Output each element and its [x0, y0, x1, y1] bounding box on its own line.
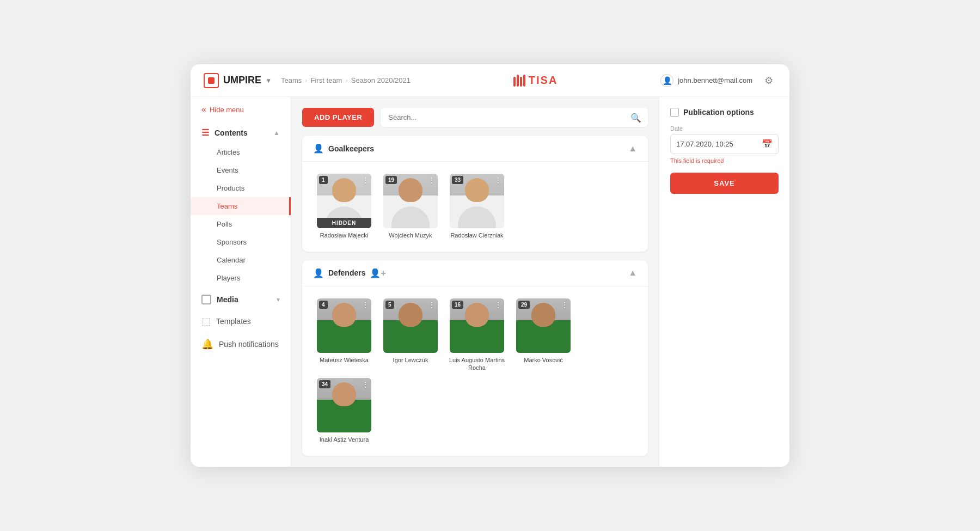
- toolbar: ADD PLAYER 🔍: [302, 108, 648, 127]
- player-menu-majecki[interactable]: ⋮: [362, 176, 369, 185]
- player-number-29: 29: [518, 301, 530, 309]
- header-center: TISA: [411, 74, 660, 87]
- app-logo[interactable]: UMPIRE ▾: [204, 73, 270, 88]
- sidebar-item-push-notifications[interactable]: 🔔 Push notifications: [191, 333, 291, 356]
- player-face-muzyk: [399, 178, 422, 202]
- player-card-vosovic: 29 ⋮ Marko Vosović: [513, 298, 573, 372]
- search-icon: 🔍: [630, 112, 641, 123]
- sidebar-item-products[interactable]: Products: [191, 179, 291, 197]
- player-body-rocha: [458, 331, 496, 353]
- media-label: Media: [217, 295, 238, 304]
- player-menu-rocha[interactable]: ⋮: [494, 301, 502, 309]
- hide-menu-icon: «: [201, 105, 206, 114]
- player-menu-ventura[interactable]: ⋮: [362, 380, 369, 389]
- tisa-bar-4: [523, 75, 525, 87]
- player-photo-rocha: 16 ⋮: [450, 298, 504, 353]
- goalkeepers-title: Goalkeepers: [328, 144, 374, 153]
- goalkeepers-title-group: 👤 Goalkeepers: [313, 143, 374, 154]
- player-name-muzyk: Wojciech Muzyk: [389, 231, 432, 239]
- player-name-cierzniak: Radosław Cierzniak: [450, 231, 503, 239]
- templates-icon: ⬚: [201, 315, 211, 327]
- user-info: 👤 john.bennett@mail.com: [660, 74, 752, 87]
- player-body-cierzniak: [458, 206, 496, 228]
- player-number-16: 16: [452, 301, 463, 309]
- player-body-vosovic: [524, 331, 562, 353]
- player-number-1: 1: [319, 176, 328, 184]
- player-menu-wieteska[interactable]: ⋮: [362, 301, 369, 309]
- hide-menu-label: Hide menu: [210, 106, 244, 114]
- breadcrumb: Teams › First team › Season 2020/2021: [281, 76, 411, 84]
- player-menu-lewczuk[interactable]: ⋮: [428, 301, 436, 309]
- templates-label: Templates: [216, 317, 251, 326]
- media-title: Media: [201, 295, 238, 304]
- tisa-icon-bars: [513, 75, 525, 87]
- player-body-wieteska: [325, 331, 363, 353]
- defenders-add-person-icon[interactable]: 👤+: [370, 268, 385, 278]
- settings-icon[interactable]: ⚙: [761, 73, 776, 88]
- tisa-bar-2: [517, 75, 519, 87]
- sidebar-item-teams[interactable]: Teams: [191, 197, 291, 215]
- breadcrumb-sep-2: ›: [345, 76, 347, 84]
- goalkeepers-section-header: 👤 Goalkeepers ▲: [302, 136, 648, 162]
- defenders-header-right: ▲: [628, 268, 637, 278]
- breadcrumb-teams[interactable]: Teams: [281, 76, 302, 84]
- defenders-title-group: 👤 Defenders 👤+: [313, 268, 386, 278]
- date-field[interactable]: 17.07.2020, 10:25 📅: [670, 134, 779, 154]
- player-body-muzyk: [391, 206, 430, 228]
- app-window: UMPIRE ▾ Teams › First team › Season 202…: [191, 64, 789, 466]
- player-menu-vosovic[interactable]: ⋮: [561, 301, 568, 309]
- defenders-person-icon: 👤: [313, 268, 324, 278]
- player-card-lewczuk: 5 ⋮ Igor Lewczuk: [381, 298, 440, 372]
- defenders-section: 👤 Defenders 👤+ ▲ 4 ⋮: [302, 260, 648, 456]
- main-content: ADD PLAYER 🔍 👤 Goalkeepers ▲: [291, 97, 659, 466]
- player-name-rocha: Luis Augusto Martins Rocha: [447, 356, 507, 372]
- defenders-collapse-icon[interactable]: ▲: [628, 268, 637, 278]
- player-card-wieteska: 4 ⋮ Mateusz Wieteska: [314, 298, 374, 372]
- goalkeepers-collapse-icon[interactable]: ▲: [628, 144, 637, 154]
- app-dropdown-chevron[interactable]: ▾: [267, 77, 270, 84]
- bell-icon: 🔔: [201, 338, 213, 350]
- media-section-header[interactable]: Media ▾: [191, 289, 291, 310]
- sidebar-item-sponsors[interactable]: Sponsors: [191, 233, 291, 251]
- hide-menu-button[interactable]: « Hide menu: [191, 97, 291, 122]
- player-card-muzyk: 19 ⋮ Wojciech Muzyk: [381, 174, 440, 239]
- save-button[interactable]: SAVE: [670, 173, 779, 194]
- player-menu-muzyk[interactable]: ⋮: [428, 176, 436, 185]
- player-face-ventura: [332, 382, 356, 406]
- contents-header[interactable]: ☰ Contents ▲: [191, 122, 291, 143]
- sidebar-item-events[interactable]: Events: [191, 161, 291, 179]
- publication-options-icon: [670, 108, 679, 117]
- body-layout: « Hide menu ☰ Contents ▲ Articles Events: [191, 97, 789, 466]
- sidebar-item-calendar[interactable]: Calendar: [191, 251, 291, 269]
- player-photo-cierzniak: 33 ⋮: [450, 174, 504, 228]
- sidebar-item-players[interactable]: Players: [191, 269, 291, 287]
- player-card-cierzniak: 33 ⋮ Radosław Cierzniak: [447, 174, 507, 239]
- sidebar-item-templates[interactable]: ⬚ Templates: [191, 310, 291, 333]
- player-number-5: 5: [385, 301, 394, 309]
- publication-options-header: Publication options: [670, 108, 779, 117]
- contents-icon: ☰: [201, 127, 209, 138]
- sidebar-item-articles[interactable]: Articles: [191, 143, 291, 161]
- player-face-majecki: [332, 178, 356, 202]
- tisa-logo: TISA: [513, 74, 558, 87]
- goalkeepers-section: 👤 Goalkeepers ▲ 1 ⋮ HIDDEN: [302, 136, 648, 251]
- goalkeepers-person-icon: 👤: [313, 143, 324, 154]
- defenders-title: Defenders: [328, 268, 365, 277]
- player-name-ventura: Inaki Astiz Ventura: [320, 436, 369, 443]
- defenders-grid: 4 ⋮ Mateusz Wieteska 5 ⋮: [302, 286, 648, 456]
- sidebar-item-polls[interactable]: Polls: [191, 215, 291, 233]
- calendar-icon[interactable]: 📅: [762, 139, 773, 149]
- required-message: This field is required: [670, 157, 779, 164]
- player-card-ventura: 34 ⋮ Inaki Astiz Ventura: [314, 378, 374, 443]
- player-name-vosovic: Marko Vosović: [524, 356, 563, 364]
- media-chevron: ▾: [277, 296, 280, 303]
- publication-options-title: Publication options: [683, 108, 754, 117]
- player-menu-cierzniak[interactable]: ⋮: [494, 176, 502, 185]
- player-name-lewczuk: Igor Lewczuk: [393, 356, 428, 364]
- logo-inner-square: [208, 77, 215, 84]
- search-input[interactable]: [381, 108, 648, 127]
- add-player-button[interactable]: ADD PLAYER: [302, 108, 374, 127]
- breadcrumb-first-team[interactable]: First team: [311, 76, 342, 84]
- app-name: UMPIRE: [223, 75, 261, 86]
- header: UMPIRE ▾ Teams › First team › Season 202…: [191, 64, 789, 97]
